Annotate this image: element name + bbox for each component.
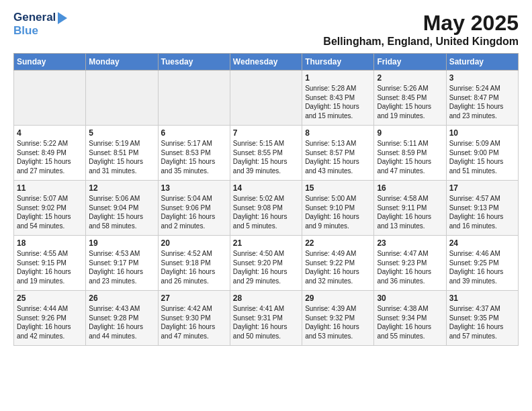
cell-2-1: 4Sunrise: 5:22 AMSunset: 8:49 PMDaylight… [14, 126, 86, 181]
cell-1-1 [14, 71, 86, 126]
day-number: 9 [377, 128, 443, 138]
cell-content: Sunrise: 4:49 AMSunset: 9:22 PMDaylight:… [305, 250, 359, 285]
cell-content: Sunrise: 4:39 AMSunset: 9:32 PMDaylight:… [305, 305, 359, 340]
cell-content: Sunrise: 5:28 AMSunset: 8:43 PMDaylight:… [305, 85, 359, 120]
week-row-5: 25Sunrise: 4:44 AMSunset: 9:26 PMDayligh… [14, 291, 519, 346]
cell-2-6: 9Sunrise: 5:11 AMSunset: 8:59 PMDaylight… [374, 126, 446, 181]
day-number: 12 [89, 183, 154, 193]
day-number: 21 [233, 238, 299, 248]
week-row-3: 11Sunrise: 5:07 AMSunset: 9:02 PMDayligh… [14, 181, 519, 236]
day-number: 7 [233, 128, 299, 138]
cell-content: Sunrise: 4:58 AMSunset: 9:11 PMDaylight:… [377, 195, 431, 230]
col-tuesday: Tuesday [158, 54, 230, 71]
cell-content: Sunrise: 4:50 AMSunset: 9:20 PMDaylight:… [233, 250, 287, 285]
cell-content: Sunrise: 4:44 AMSunset: 9:26 PMDaylight:… [17, 305, 71, 340]
cell-content: Sunrise: 5:06 AMSunset: 9:04 PMDaylight:… [89, 195, 143, 230]
cell-1-7: 3Sunrise: 5:24 AMSunset: 8:47 PMDaylight… [446, 71, 518, 126]
cell-3-6: 16Sunrise: 4:58 AMSunset: 9:11 PMDayligh… [374, 181, 446, 236]
cell-2-7: 10Sunrise: 5:09 AMSunset: 9:00 PMDayligh… [446, 126, 518, 181]
cell-1-3 [158, 71, 230, 126]
cell-content: Sunrise: 5:02 AMSunset: 9:08 PMDaylight:… [233, 195, 287, 230]
week-row-2: 4Sunrise: 5:22 AMSunset: 8:49 PMDaylight… [14, 126, 519, 181]
cell-3-7: 17Sunrise: 4:57 AMSunset: 9:13 PMDayligh… [446, 181, 518, 236]
col-friday: Friday [374, 54, 446, 71]
cell-5-1: 25Sunrise: 4:44 AMSunset: 9:26 PMDayligh… [14, 291, 86, 346]
day-number: 28 [233, 293, 299, 303]
calendar-table: Sunday Monday Tuesday Wednesday Thursday… [13, 53, 519, 346]
main-title: May 2025 [323, 11, 519, 36]
cell-content: Sunrise: 5:13 AMSunset: 8:57 PMDaylight:… [305, 140, 359, 175]
subtitle: Bellingham, England, United Kingdom [323, 36, 519, 48]
cell-content: Sunrise: 4:43 AMSunset: 9:28 PMDaylight:… [89, 305, 143, 340]
day-number: 18 [17, 238, 83, 248]
cell-5-5: 29Sunrise: 4:39 AMSunset: 9:32 PMDayligh… [302, 291, 374, 346]
cell-2-5: 8Sunrise: 5:13 AMSunset: 8:57 PMDaylight… [302, 126, 374, 181]
cell-2-3: 6Sunrise: 5:17 AMSunset: 8:53 PMDaylight… [158, 126, 230, 181]
cell-5-7: 31Sunrise: 4:37 AMSunset: 9:35 PMDayligh… [446, 291, 518, 346]
day-number: 15 [305, 183, 371, 193]
cell-content: Sunrise: 5:11 AMSunset: 8:59 PMDaylight:… [377, 140, 431, 175]
cell-4-5: 22Sunrise: 4:49 AMSunset: 9:22 PMDayligh… [302, 236, 374, 291]
header-row: Sunday Monday Tuesday Wednesday Thursday… [14, 54, 519, 71]
day-number: 27 [161, 293, 227, 303]
week-row-4: 18Sunrise: 4:55 AMSunset: 9:15 PMDayligh… [14, 236, 519, 291]
cell-1-2 [86, 71, 158, 126]
day-number: 3 [449, 73, 515, 83]
col-monday: Monday [86, 54, 158, 71]
day-number: 6 [161, 128, 227, 138]
cell-content: Sunrise: 4:41 AMSunset: 9:31 PMDaylight:… [233, 305, 287, 340]
cell-content: Sunrise: 5:07 AMSunset: 9:02 PMDaylight:… [17, 195, 71, 230]
logo-arrow-icon [58, 12, 67, 24]
cell-1-5: 1Sunrise: 5:28 AMSunset: 8:43 PMDaylight… [302, 71, 374, 126]
day-number: 8 [305, 128, 371, 138]
day-number: 5 [89, 128, 154, 138]
logo: General Blue [13, 11, 67, 38]
header: General Blue May 2025 Bellingham, Englan… [13, 11, 519, 48]
cell-3-3: 13Sunrise: 5:04 AMSunset: 9:06 PMDayligh… [158, 181, 230, 236]
cell-4-4: 21Sunrise: 4:50 AMSunset: 9:20 PMDayligh… [230, 236, 302, 291]
cell-content: Sunrise: 5:26 AMSunset: 8:45 PMDaylight:… [377, 85, 431, 120]
day-number: 1 [305, 73, 371, 83]
cell-content: Sunrise: 4:52 AMSunset: 9:18 PMDaylight:… [161, 250, 216, 285]
cell-content: Sunrise: 5:04 AMSunset: 9:06 PMDaylight:… [161, 195, 216, 230]
cell-3-2: 12Sunrise: 5:06 AMSunset: 9:04 PMDayligh… [86, 181, 158, 236]
day-number: 4 [17, 128, 83, 138]
cell-content: Sunrise: 5:15 AMSunset: 8:55 PMDaylight:… [233, 140, 287, 175]
cell-content: Sunrise: 5:24 AMSunset: 8:47 PMDaylight:… [449, 85, 504, 120]
cell-5-2: 26Sunrise: 4:43 AMSunset: 9:28 PMDayligh… [86, 291, 158, 346]
cell-content: Sunrise: 4:47 AMSunset: 9:23 PMDaylight:… [377, 250, 431, 285]
cell-4-3: 20Sunrise: 4:52 AMSunset: 9:18 PMDayligh… [158, 236, 230, 291]
cell-content: Sunrise: 5:09 AMSunset: 9:00 PMDaylight:… [449, 140, 504, 175]
day-number: 14 [233, 183, 299, 193]
day-number: 2 [377, 73, 443, 83]
cell-content: Sunrise: 4:38 AMSunset: 9:34 PMDaylight:… [377, 305, 431, 340]
cell-2-4: 7Sunrise: 5:15 AMSunset: 8:55 PMDaylight… [230, 126, 302, 181]
week-row-1: 1Sunrise: 5:28 AMSunset: 8:43 PMDaylight… [14, 71, 519, 126]
cell-5-3: 27Sunrise: 4:42 AMSunset: 9:30 PMDayligh… [158, 291, 230, 346]
day-number: 17 [449, 183, 515, 193]
cell-4-6: 23Sunrise: 4:47 AMSunset: 9:23 PMDayligh… [374, 236, 446, 291]
cell-content: Sunrise: 4:53 AMSunset: 9:17 PMDaylight:… [89, 250, 143, 285]
day-number: 24 [449, 238, 515, 248]
page: General Blue May 2025 Bellingham, Englan… [0, 0, 532, 411]
col-saturday: Saturday [446, 54, 518, 71]
cell-2-2: 5Sunrise: 5:19 AMSunset: 8:51 PMDaylight… [86, 126, 158, 181]
cell-content: Sunrise: 5:17 AMSunset: 8:53 PMDaylight:… [161, 140, 216, 175]
cell-content: Sunrise: 5:19 AMSunset: 8:51 PMDaylight:… [89, 140, 143, 175]
day-number: 22 [305, 238, 371, 248]
cell-1-6: 2Sunrise: 5:26 AMSunset: 8:45 PMDaylight… [374, 71, 446, 126]
cell-5-4: 28Sunrise: 4:41 AMSunset: 9:31 PMDayligh… [230, 291, 302, 346]
cell-content: Sunrise: 4:37 AMSunset: 9:35 PMDaylight:… [449, 305, 504, 340]
col-thursday: Thursday [302, 54, 374, 71]
day-number: 30 [377, 293, 443, 303]
cell-3-1: 11Sunrise: 5:07 AMSunset: 9:02 PMDayligh… [14, 181, 86, 236]
day-number: 11 [17, 183, 83, 193]
day-number: 23 [377, 238, 443, 248]
day-number: 10 [449, 128, 515, 138]
cell-content: Sunrise: 4:46 AMSunset: 9:25 PMDaylight:… [449, 250, 504, 285]
day-number: 13 [161, 183, 227, 193]
cell-content: Sunrise: 4:57 AMSunset: 9:13 PMDaylight:… [449, 195, 504, 230]
cell-4-1: 18Sunrise: 4:55 AMSunset: 9:15 PMDayligh… [14, 236, 86, 291]
cell-3-4: 14Sunrise: 5:02 AMSunset: 9:08 PMDayligh… [230, 181, 302, 236]
day-number: 19 [89, 238, 154, 248]
